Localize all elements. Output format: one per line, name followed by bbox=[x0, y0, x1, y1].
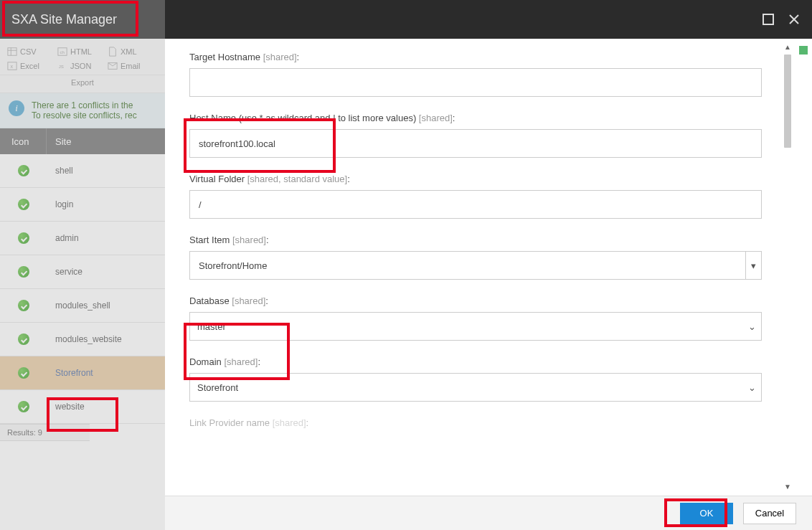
table-header: Icon Site bbox=[0, 128, 165, 154]
svg-rect-9 bbox=[763, 14, 773, 24]
svg-text:JS: JS bbox=[59, 64, 64, 69]
table-icon bbox=[7, 47, 17, 57]
scroll-thumb[interactable] bbox=[784, 55, 791, 148]
meta-virtual-folder: [shared, standard value] bbox=[247, 174, 347, 184]
export-excel[interactable]: xExcel bbox=[7, 59, 57, 73]
input-virtual-folder[interactable] bbox=[189, 190, 762, 219]
label-virtual-folder: Virtual Folder bbox=[189, 174, 245, 184]
export-label: Export bbox=[0, 75, 165, 93]
results-count: Results: 9 bbox=[0, 424, 90, 441]
meta-target-hostname: [shared] bbox=[263, 52, 297, 62]
col-site: Site bbox=[47, 136, 165, 147]
table-row[interactable]: admin bbox=[0, 222, 165, 255]
site-name: modules_website bbox=[47, 334, 165, 344]
code-icon: ch bbox=[57, 47, 67, 57]
status-icon bbox=[0, 165, 47, 176]
export-toolbar: CSV chHTML XML xExcel JSJSON Email bbox=[0, 39, 165, 75]
field-target-hostname: Target Hostname [shared]: bbox=[189, 52, 762, 97]
site-name: Storefront bbox=[47, 368, 165, 378]
status-indicator bbox=[799, 46, 808, 55]
meta-database: [shared] bbox=[232, 295, 265, 306]
site-name: shell bbox=[47, 166, 165, 176]
table-row[interactable]: website bbox=[0, 390, 165, 424]
site-name: login bbox=[47, 199, 165, 209]
label-link-provider: Link Provider name bbox=[189, 417, 270, 428]
svg-rect-0 bbox=[8, 48, 16, 56]
info-text-1: There are 1 conflicts in the bbox=[32, 100, 137, 110]
info-text-2: To resolve site conflicts, rec bbox=[32, 110, 137, 120]
modal-titlebar bbox=[165, 0, 812, 39]
meta-hostname: [shared] bbox=[419, 113, 453, 123]
site-name: website bbox=[47, 402, 165, 412]
table-row[interactable]: modules_shell bbox=[0, 289, 165, 323]
table-row[interactable]: service bbox=[0, 255, 165, 289]
table-row[interactable]: login bbox=[0, 188, 165, 222]
input-hostname[interactable] bbox=[189, 129, 762, 158]
site-name: service bbox=[47, 267, 165, 277]
svg-text:x: x bbox=[10, 64, 13, 69]
table-row[interactable]: modules_website bbox=[0, 323, 165, 356]
maximize-icon[interactable] bbox=[762, 13, 775, 26]
ok-button[interactable]: OK bbox=[680, 503, 733, 524]
export-email[interactable]: Email bbox=[108, 59, 158, 73]
email-icon bbox=[108, 61, 118, 71]
scroll-down-icon[interactable]: ▼ bbox=[783, 483, 792, 491]
app-title: SXA Site Manager bbox=[0, 0, 165, 39]
label-hostname: Host Name (use * as wildcard and | to li… bbox=[189, 113, 416, 123]
site-name: modules_shell bbox=[47, 301, 165, 311]
input-start-item[interactable] bbox=[189, 251, 762, 280]
field-database: Database [shared]: master ⌄ bbox=[189, 295, 762, 341]
select-domain[interactable]: Storefront bbox=[189, 373, 762, 402]
label-start-item: Start Item bbox=[189, 235, 230, 245]
export-html[interactable]: chHTML bbox=[57, 44, 108, 59]
table-row[interactable]: shell bbox=[0, 154, 165, 188]
field-start-item: Start Item [shared]: ▾ bbox=[189, 235, 762, 280]
table-row[interactable]: Storefront bbox=[0, 356, 165, 390]
select-database[interactable]: master bbox=[189, 312, 762, 341]
site-name: admin bbox=[47, 233, 165, 243]
info-icon: i bbox=[9, 100, 24, 116]
col-icon: Icon bbox=[0, 128, 47, 154]
info-banner: i There are 1 conflicts in the To resolv… bbox=[0, 93, 165, 128]
field-hostname: Host Name (use * as wildcard and | to li… bbox=[189, 113, 762, 158]
field-virtual-folder: Virtual Folder [shared, standard value]: bbox=[189, 174, 762, 219]
field-link-provider: Link Provider name [shared]: bbox=[189, 417, 762, 428]
excel-icon: x bbox=[7, 61, 17, 71]
status-icon bbox=[0, 232, 47, 244]
status-icon bbox=[0, 367, 47, 379]
input-target-hostname[interactable] bbox=[189, 68, 762, 97]
json-icon: JS bbox=[57, 61, 67, 71]
status-icon bbox=[0, 199, 47, 210]
cancel-button[interactable]: Cancel bbox=[743, 503, 796, 524]
export-xml[interactable]: XML bbox=[108, 44, 158, 59]
modal-body: ▲ ▼ Target Hostname [shared]: Host Name … bbox=[165, 39, 812, 496]
scrollbar[interactable]: ▲ ▼ bbox=[783, 43, 792, 491]
close-icon[interactable] bbox=[788, 13, 801, 26]
meta-link-provider: [shared] bbox=[273, 417, 306, 428]
meta-start-item: [shared] bbox=[232, 235, 266, 245]
status-icon bbox=[0, 300, 47, 311]
status-icon bbox=[0, 333, 47, 345]
export-json[interactable]: JSJSON bbox=[57, 59, 108, 73]
export-csv[interactable]: CSV bbox=[7, 44, 57, 59]
form-scroll: Target Hostname [shared]: Host Name (use… bbox=[165, 39, 782, 496]
file-icon bbox=[108, 47, 118, 57]
label-domain: Domain bbox=[189, 356, 222, 367]
scroll-up-icon[interactable]: ▲ bbox=[783, 43, 792, 52]
label-database: Database bbox=[189, 295, 230, 306]
status-icon bbox=[0, 401, 47, 412]
svg-text:ch: ch bbox=[60, 49, 65, 55]
site-list: shellloginadminservicemodules_shellmodul… bbox=[0, 154, 165, 424]
field-domain: Domain [shared]: Storefront ⌄ bbox=[189, 356, 762, 402]
modal-footer: OK Cancel bbox=[165, 496, 812, 530]
label-target-hostname: Target Hostname bbox=[189, 52, 260, 62]
meta-domain: [shared] bbox=[224, 356, 258, 367]
background-panel: SXA Site Manager CSV chHTML XML xExcel J… bbox=[0, 0, 165, 530]
status-icon bbox=[0, 266, 47, 278]
